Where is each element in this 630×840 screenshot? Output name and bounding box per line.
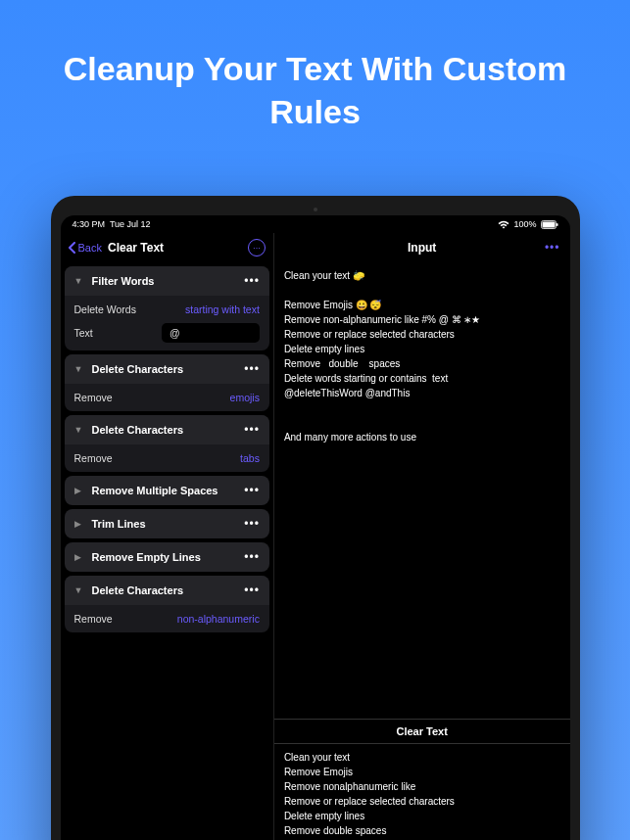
rule-card: ▼Delete Characters•••Removenon-alphanume… <box>65 576 269 632</box>
rule-text-input[interactable] <box>162 323 260 343</box>
rule-row-value[interactable]: starting with text <box>185 303 260 315</box>
rule-more-button[interactable]: ••• <box>244 423 260 437</box>
rule-more-button[interactable]: ••• <box>244 362 260 376</box>
nav-title: Clear Text <box>108 241 242 255</box>
input-header: Input ••• <box>274 233 570 262</box>
input-text-area[interactable]: Clean your text 🧽 Remove Emojis 😀 😴 Remo… <box>274 262 570 450</box>
rule-row-label: Remove <box>74 613 113 625</box>
rule-more-button[interactable]: ••• <box>244 583 260 597</box>
right-panel: Input ••• Clean your text 🧽 Remove Emoji… <box>274 233 570 840</box>
output-title: Clear Text <box>274 719 570 744</box>
rule-row: Removetabs <box>74 452 260 464</box>
rule-more-button[interactable]: ••• <box>244 274 260 288</box>
triangle-right-icon: ▶ <box>74 519 84 529</box>
triangle-down-icon: ▼ <box>74 364 84 374</box>
back-label: Back <box>78 242 102 254</box>
triangle-down-icon: ▼ <box>74 585 84 595</box>
rule-more-button[interactable]: ••• <box>244 484 260 497</box>
rule-more-button[interactable]: ••• <box>244 517 260 531</box>
battery-icon <box>541 220 558 229</box>
rule-card: ▶Remove Multiple Spaces••• <box>65 476 269 505</box>
rule-card: ▼Filter Words•••Delete Wordsstarting wit… <box>65 266 269 350</box>
rule-title: Delete Characters <box>92 424 237 436</box>
rule-row-value[interactable]: emojis <box>230 392 260 403</box>
rule-body: Removenon-alphanumeric <box>65 605 269 632</box>
input-title: Input <box>408 241 436 255</box>
rule-title: Delete Characters <box>92 363 237 375</box>
rule-row-label: Delete Words <box>74 303 136 315</box>
camera-dot <box>314 208 317 211</box>
wifi-icon <box>498 220 509 229</box>
output-text-area: Clean your text Remove Emojis Remove non… <box>274 744 570 840</box>
device-screen: 4:30 PM Tue Jul 12 100% Back Clear T <box>61 215 570 840</box>
rule-card: ▶Trim Lines••• <box>65 509 269 538</box>
rule-title: Trim Lines <box>92 518 237 530</box>
back-button[interactable]: Back <box>69 242 102 254</box>
rule-row: Text <box>74 323 260 343</box>
rule-header[interactable]: ▼Delete Characters••• <box>65 415 269 444</box>
rule-title: Remove Empty Lines <box>92 551 237 563</box>
rule-row-label: Remove <box>74 452 113 464</box>
battery-percent: 100% <box>513 219 536 229</box>
rule-row-value[interactable]: non-alphanumeric <box>177 613 260 625</box>
triangle-down-icon: ▼ <box>74 276 84 286</box>
rule-card: ▶Remove Empty Lines••• <box>65 542 269 572</box>
rule-title: Remove Multiple Spaces <box>92 485 237 496</box>
chevron-left-icon <box>69 242 76 254</box>
rule-more-button[interactable]: ••• <box>244 550 260 564</box>
svg-rect-2 <box>557 223 558 226</box>
device-frame: 4:30 PM Tue Jul 12 100% Back Clear T <box>51 196 580 840</box>
rule-title: Delete Characters <box>92 584 237 596</box>
left-panel: Back Clear Text ⋯ ▼Filter Words•••Delete… <box>61 233 274 840</box>
input-more-button[interactable]: ••• <box>545 241 560 255</box>
rule-row-value[interactable]: tabs <box>240 452 260 464</box>
triangle-down-icon: ▼ <box>74 425 84 435</box>
svg-rect-1 <box>542 221 555 227</box>
rule-body: Removetabs <box>65 444 269 472</box>
rule-body: Delete Wordsstarting with textText <box>65 296 269 350</box>
nav-bar: Back Clear Text ⋯ <box>61 233 273 262</box>
rule-row: Removenon-alphanumeric <box>74 613 260 625</box>
rule-header[interactable]: ▶Remove Multiple Spaces••• <box>65 476 269 505</box>
rule-header[interactable]: ▶Trim Lines••• <box>65 509 269 538</box>
rule-header[interactable]: ▼Delete Characters••• <box>65 576 269 605</box>
rule-header[interactable]: ▼Delete Characters••• <box>65 354 269 384</box>
status-right: 100% <box>498 219 557 229</box>
rule-row-label: Text <box>74 327 93 339</box>
status-time-date: 4:30 PM Tue Jul 12 <box>73 219 151 229</box>
status-bar: 4:30 PM Tue Jul 12 100% <box>61 215 570 233</box>
rule-header[interactable]: ▶Remove Empty Lines••• <box>65 542 269 572</box>
marketing-headline: Cleanup Your Text With Custom Rules <box>0 0 630 164</box>
triangle-right-icon: ▶ <box>74 486 84 495</box>
rule-row: Removeemojis <box>74 392 260 403</box>
nav-more-button[interactable]: ⋯ <box>248 239 266 257</box>
rule-header[interactable]: ▼Filter Words••• <box>65 266 269 296</box>
rule-card: ▼Delete Characters•••Removeemojis <box>65 354 269 411</box>
rule-card: ▼Delete Characters•••Removetabs <box>65 415 269 472</box>
rule-row: Delete Wordsstarting with text <box>74 303 260 315</box>
rule-title: Filter Words <box>92 275 237 287</box>
rule-row-label: Remove <box>74 392 113 403</box>
rule-body: Removeemojis <box>65 384 269 411</box>
triangle-right-icon: ▶ <box>74 552 84 562</box>
